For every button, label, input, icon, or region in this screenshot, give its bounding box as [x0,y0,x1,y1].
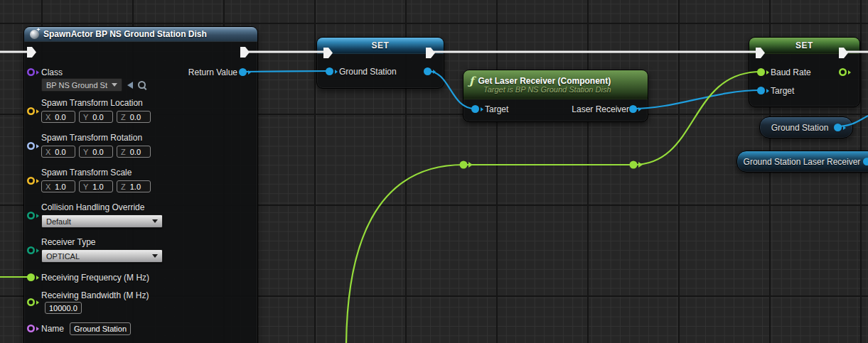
var-label: Ground Station Laser Receiver [744,157,861,167]
chevron-down-icon [112,83,117,87]
class-dropdown-value: BP NS Ground St [46,81,107,89]
location-z-field[interactable]: Z0.0 [117,111,151,123]
set-ground-station-node[interactable]: SET Ground Station [316,37,444,89]
var-ground-station-laser-receiver-node[interactable]: Ground Station Laser Receiver [736,151,868,173]
function-icon: ƒ [469,76,473,87]
browse-asset-icon[interactable] [138,81,146,89]
laser-receiver-pin-label: Laser Receiver [572,104,629,114]
target-pin[interactable] [471,105,479,113]
receiving-bandwidth-field[interactable]: 10000.0 [45,302,82,314]
reroute-node[interactable] [630,161,638,169]
baud-rate-pin-label: Baud Rate [771,67,811,77]
ground-station-out-pin[interactable] [424,67,432,75]
set-baud-rate-node[interactable]: SET Baud Rate Target [749,37,860,107]
receiving-bandwidth-pin[interactable] [27,298,35,306]
rotation-label: Spawn Transform Rotation [41,133,142,143]
location-pin[interactable] [27,107,35,115]
node-title: SET [323,40,438,50]
node-title: SpawnActor BP NS Ground Station Dish [43,29,207,39]
use-selected-asset-icon[interactable] [127,82,133,89]
reroute-arrow-icon [468,162,473,168]
blueprint-canvas[interactable]: SpawnActor BP NS Ground Station Dish Cla… [0,0,868,343]
spawnactor-node[interactable]: SpawnActor BP NS Ground Station Dish Cla… [23,26,258,343]
name-label: Name [41,324,64,334]
class-pin[interactable] [27,68,35,76]
class-dropdown[interactable]: BP NS Ground St [41,78,122,92]
chevron-down-icon [152,219,158,223]
var-label: Ground Station [771,123,829,133]
receiver-type-dropdown[interactable]: OPTICAL [41,249,163,263]
laser-receiver-out-pin[interactable] [629,105,637,113]
class-label: Class [41,67,63,77]
reroute-arrow-icon [638,162,643,168]
collision-label: Collision Handling Override [41,202,144,212]
scale-y-field[interactable]: Y1.0 [79,180,113,192]
spawn-actor-icon [30,30,39,39]
return-value-label: Return Value [188,67,237,77]
rotation-x-field[interactable]: X0.0 [41,146,75,158]
node-subtitle: Target is BP NS Ground Station Dish [483,85,642,94]
collision-pin[interactable] [27,212,35,219]
rotation-y-field[interactable]: Y0.0 [79,146,113,158]
rotation-pin[interactable] [27,142,35,150]
target-pin-label: Target [771,86,794,96]
location-label: Spawn Transform Location [41,98,143,108]
scale-z-field[interactable]: Z1.0 [117,180,151,192]
collision-dropdown[interactable]: Default [41,214,163,228]
exec-out-pin[interactable] [240,47,250,58]
ground-station-out-pin[interactable] [834,124,842,131]
scale-pin[interactable] [27,177,35,185]
ground-station-pin-label: Ground Station [339,67,397,77]
collision-dropdown-value: Default [46,217,71,226]
receiving-frequency-pin[interactable] [27,273,35,281]
reroute-node[interactable] [460,161,468,169]
return-value-pin[interactable] [239,68,247,76]
name-field[interactable]: Ground Station [70,322,131,335]
receiver-type-dropdown-value: OPTICAL [46,252,80,261]
target-pin[interactable] [757,87,765,94]
exec-in-pin[interactable] [27,47,36,58]
ground-station-in-pin[interactable] [326,67,333,75]
baud-rate-in-pin[interactable] [757,68,765,76]
target-pin-label: Target [485,104,508,114]
baud-rate-out-pin[interactable] [839,68,847,76]
chevron-down-icon [152,254,158,258]
rotation-z-field[interactable]: Z0.0 [117,146,151,158]
scale-label: Spawn Transform Scale [41,168,132,178]
set-ground-station-header[interactable]: SET [317,38,444,54]
name-pin[interactable] [27,325,35,332]
receiver-type-label: Receiver Type [41,237,95,247]
receiver-type-pin[interactable] [27,246,35,254]
get-laser-receiver-node[interactable]: ƒ Get Laser Receiver (Component) Target … [463,70,648,122]
scale-x-field[interactable]: X1.0 [41,180,75,192]
location-x-field[interactable]: X0.0 [41,111,75,123]
var-ground-station-node[interactable]: Ground Station [759,116,853,138]
location-y-field[interactable]: Y0.0 [79,111,113,123]
receiving-bandwidth-label: Receiving Bandwidth (M Hz) [41,290,149,300]
receiving-frequency-label: Receiving Frequency (M Hz) [41,273,149,283]
get-laser-receiver-header[interactable]: ƒ Get Laser Receiver (Component) Target … [464,70,648,99]
laser-receiver-out-pin[interactable] [863,158,868,165]
spawnactor-header[interactable]: SpawnActor BP NS Ground Station Dish [24,27,257,42]
wire-laser-to-target[interactable] [633,90,761,109]
